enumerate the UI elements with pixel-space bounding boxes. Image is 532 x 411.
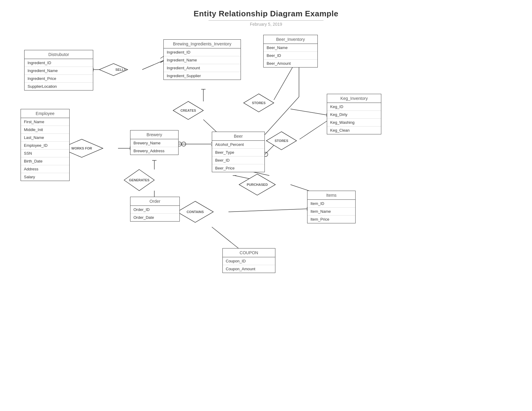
entity-coupon-header: COUPON (223, 248, 275, 257)
entity-beer-attrs: Alcohol_Percent Beer_Type Beer_ID Beer_P… (212, 141, 264, 172)
attr-beer-id: Beer_ID (264, 52, 317, 60)
attr-brewery-name: Brewery_Name (130, 139, 178, 147)
entity-items: Items Item_ID Item_Name Item_Price (307, 191, 356, 223)
attr-keg-clean: Keg_Clean (327, 127, 381, 134)
attr-item-id: Item_ID (307, 200, 355, 208)
entity-brewery: Brewery Brewery_Name Brewery_Address (130, 130, 179, 155)
entity-beer-header: Beer (212, 132, 264, 141)
entity-employee-header: Employee (21, 109, 69, 118)
attr-coupon-id: Coupon_ID (223, 257, 275, 265)
attr-last-name: Last_Name (21, 134, 69, 142)
attr-middle-init: Middle_Init (21, 126, 69, 134)
attr-employee-id: Employee_ID (21, 142, 69, 150)
entity-beer-inventory-attrs: Beer_Name Beer_ID Beer_Amount (264, 44, 317, 67)
attr-beer-type: Beer_Type (212, 149, 264, 156)
entity-keg-inventory-header: Keg_Inventory (327, 94, 381, 103)
entity-employee: Employee First_Name Middle_Init Last_Nam… (21, 109, 70, 181)
svg-text:PURCHASED: PURCHASED (247, 183, 268, 186)
attr-coupon-amount: Coupon_Amount (223, 265, 275, 273)
attr-keg-id: Keg_ID (327, 103, 381, 111)
attr-beer-amount: Beer_Amount (264, 60, 317, 67)
attr-ssn: SSN (21, 150, 69, 157)
entity-items-attrs: Item_ID Item_Name Item_Price (307, 200, 355, 223)
attr-bi-ingredient-id: Ingredient_ID (164, 48, 241, 56)
attr-bi-ingredient-name: Ingredient_Name (164, 56, 241, 64)
svg-line-7 (203, 120, 218, 133)
entity-distributor-attrs: Ingredient_ID Ingredient_Name Ingredient… (25, 59, 93, 90)
svg-line-17 (300, 121, 327, 139)
attr-alcohol-percent: Alcohol_Percent (212, 141, 264, 149)
entity-brewing-header: Brewing_Ingredients_Inventory (164, 40, 241, 48)
attr-birth-date: Birth_Date (21, 157, 69, 165)
entity-employee-attrs: First_Name Middle_Init Last_Name Employe… (21, 118, 69, 181)
svg-text:GENERATES: GENERATES (129, 178, 149, 182)
entity-beer: Beer Alcohol_Percent Beer_Type Beer_ID B… (212, 132, 265, 172)
attr-item-price: Item_Price (307, 215, 355, 223)
entity-items-header: Items (307, 191, 355, 200)
entity-coupon-attrs: Coupon_ID Coupon_Amount (223, 257, 275, 273)
entity-keg-inventory: Keg_Inventory Keg_ID Keg_Dirty Keg_Washi… (327, 94, 381, 134)
attr-beer-id-beer: Beer_ID (212, 156, 264, 164)
attr-brewery-address: Brewery_Address (130, 147, 178, 155)
attr-supplier-location: SupplierLocation (25, 83, 93, 90)
entity-beer-inventory: Beer_Inventory Beer_Name Beer_ID Beer_Am… (263, 35, 318, 67)
entity-distributor-header: Distrubutor (25, 50, 93, 59)
attr-salary: Salary (21, 173, 69, 181)
entity-order-header: Order (130, 197, 179, 206)
attr-bi-ingredient-amount: Ingredient_Amount (164, 64, 241, 72)
svg-text:STORES: STORES (252, 101, 265, 105)
attr-keg-washing: Keg_Washing (327, 119, 381, 127)
attr-beer-name: Beer_Name (264, 44, 317, 52)
attr-keg-dirty: Keg_Dirty (327, 111, 381, 119)
svg-text:CONTAINS: CONTAINS (187, 210, 204, 214)
entity-beer-inventory-header: Beer_Inventory (264, 35, 317, 44)
svg-line-35 (228, 209, 307, 212)
diagram-container: Entity Relationship Diagram Example Febr… (0, 0, 532, 411)
svg-text:STORES: STORES (274, 139, 288, 143)
attr-order-id: Order_ID (130, 206, 179, 214)
attr-item-name: Item_Name (307, 208, 355, 215)
attr-ingredient-price: Ingredient_Price (25, 75, 93, 83)
attr-order-date: Order_Date (130, 214, 179, 221)
entity-order: Order Order_ID Order_Date (130, 197, 180, 222)
svg-line-13 (291, 109, 327, 115)
attr-ingredient-name: Ingredient_Name (25, 67, 93, 75)
attr-address: Address (21, 165, 69, 173)
entity-brewery-attrs: Brewery_Name Brewery_Address (130, 139, 178, 155)
entity-order-attrs: Order_ID Order_Date (130, 206, 179, 221)
svg-text:SELLS: SELLS (115, 68, 126, 71)
svg-line-1 (142, 61, 163, 70)
attr-bi-ingredient-supplier: Ingredient_Supplier (164, 72, 241, 80)
svg-line-42 (212, 227, 242, 251)
entity-keg-inventory-attrs: Keg_ID Keg_Dirty Keg_Washing Keg_Clean (327, 103, 381, 134)
entity-brewing-ingredients: Brewing_Ingredients_Inventory Ingredient… (163, 39, 241, 80)
attr-first-name: First_Name (21, 118, 69, 126)
entity-distributor: Distrubutor Ingredient_ID Ingredient_Nam… (24, 50, 93, 90)
svg-text:WORKS FOR: WORKS FOR (71, 146, 92, 150)
entity-brewery-header: Brewery (130, 130, 178, 139)
svg-text:CREATES: CREATES (180, 109, 196, 112)
entity-coupon: COUPON Coupon_ID Coupon_Amount (222, 248, 275, 273)
attr-ingredient-id: Ingredient_ID (25, 59, 93, 67)
attr-beer-price: Beer_Price (212, 164, 264, 172)
entity-brewing-attrs: Ingredient_ID Ingredient_Name Ingredient… (164, 48, 241, 80)
